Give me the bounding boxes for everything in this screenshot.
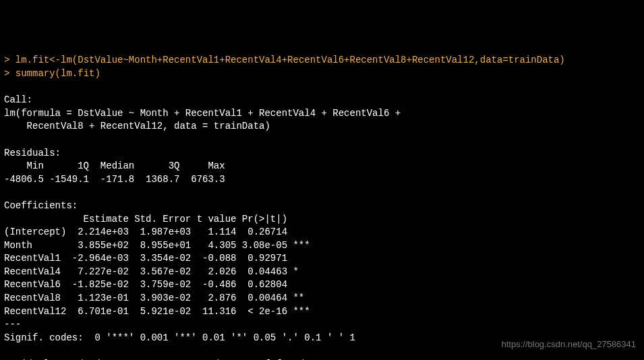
- residuals-header: Residuals:: [4, 148, 61, 158]
- watermark: https://blog.csdn.net/qq_27586341: [502, 338, 637, 351]
- call-formula-line2: RecentVal8 + RecentVal12, data = trainDa…: [4, 121, 270, 131]
- coef-recentval8-row: RecentVal8 1.123e-01 3.903e-02 2.876 0.0…: [4, 293, 310, 303]
- prompt: >: [4, 68, 16, 79]
- separator: ---: [4, 319, 21, 330]
- coefficients-header: Coefficients:: [4, 200, 78, 211]
- coef-recentval6-row: RecentVal6 -1.825e-02 3.759e-02 -0.486 0…: [4, 279, 310, 290]
- r-console[interactable]: > lm.fit<-lm(DstValue~Month+RecentVal1+R…: [4, 54, 640, 360]
- residuals-columns: Min 1Q Median 3Q Max: [4, 160, 231, 171]
- coef-recentval4-row: RecentVal4 7.227e-02 3.567e-02 2.026 0.0…: [4, 266, 310, 277]
- command-line-2: summary(lm.fit): [16, 68, 100, 79]
- coef-intercept-row: (Intercept) 2.214e+03 1.987e+03 1.114 0.…: [4, 227, 310, 237]
- command-line-1: lm.fit<-lm(DstValue~Month+RecentVal1+Rec…: [16, 55, 565, 65]
- residuals-values: -4806.5 -1549.1 -171.8 1368.7 6763.3: [4, 174, 231, 185]
- coefficients-columns: Estimate Std. Error t value Pr(>|t|): [4, 214, 310, 224]
- prompt: >: [4, 55, 16, 65]
- call-header: Call:: [4, 94, 32, 105]
- coef-month-row: Month 3.855e+02 8.955e+01 4.305 3.08e-05…: [4, 240, 310, 251]
- call-formula-line1: lm(formula = DstValue ~ Month + RecentVa…: [4, 108, 407, 119]
- coef-recentval12-row: RecentVal12 6.701e-01 5.921e-02 11.316 <…: [4, 306, 310, 317]
- signif-codes: Signif. codes: 0 '***' 0.001 '**' 0.01 '…: [4, 332, 355, 343]
- coef-recentval1-row: RecentVal1 -2.964e-03 3.354e-02 -0.088 0…: [4, 253, 310, 264]
